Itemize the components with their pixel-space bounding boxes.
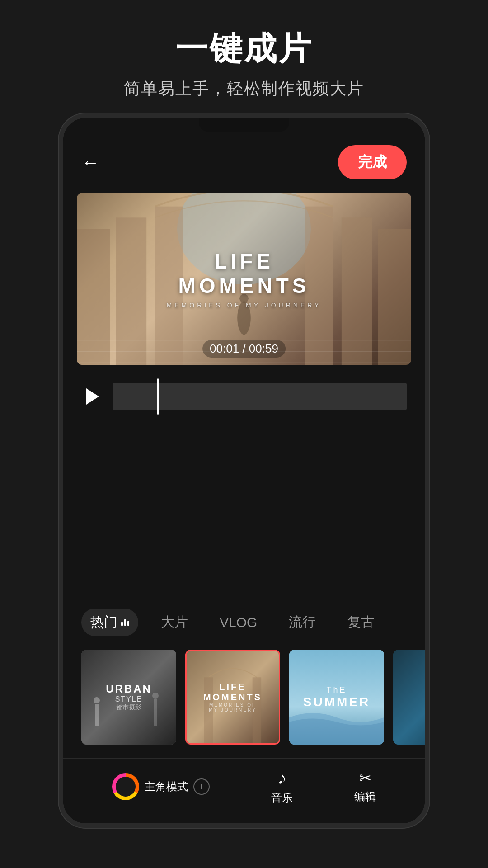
life-moments-label: LIFE MOMENTS MEMORIES OF MY JOURNERY <box>203 682 262 712</box>
category-label-hot: 热门 <box>90 613 117 632</box>
svg-rect-23 <box>393 650 425 745</box>
timeline-thumb <box>157 378 159 415</box>
category-tabs: 热门 大片 VLOG 流行 复古 <box>63 595 425 645</box>
svg-point-15 <box>94 697 100 703</box>
bars-icon <box>121 619 129 626</box>
template-urban[interactable]: URBAN STYLE 都市摄影 <box>81 650 176 745</box>
page-header: 一键成片 简单易上手，轻松制作视频大片 <box>124 0 364 100</box>
category-label-retro: 复古 <box>347 614 375 629</box>
svg-rect-2 <box>116 217 146 365</box>
bottom-bar: 主角模式 i ♪ 音乐 ✂ 编辑 <box>63 758 425 823</box>
category-label-popular: 流行 <box>289 614 316 629</box>
mode-icon-inner <box>116 777 136 797</box>
music-icon: ♪ <box>277 768 286 788</box>
timeline[interactable] <box>113 383 407 410</box>
svg-rect-5 <box>342 217 372 365</box>
category-tab-hot[interactable]: 热门 <box>81 609 138 636</box>
timeline-track <box>113 383 407 410</box>
music-button[interactable]: ♪ 音乐 <box>271 768 293 805</box>
mode-button[interactable]: 主角模式 i <box>112 773 210 800</box>
page-subtitle: 简单易上手，轻松制作视频大片 <box>124 78 364 100</box>
video-title-overlay: LIFE MOMENTS MEMORIES OF MY JOURNERY <box>160 249 328 309</box>
play-icon <box>86 388 99 405</box>
phone-content: ← 完成 <box>63 118 425 823</box>
playback-row <box>81 383 407 410</box>
video-timer: 00:01 / 00:59 <box>202 340 286 358</box>
done-button[interactable]: 完成 <box>338 145 407 179</box>
video-preview: LIFE MOMENTS MEMORIES OF MY JOURNERY 00:… <box>77 193 411 365</box>
category-tab-popular[interactable]: 流行 <box>280 609 325 636</box>
template-grid: URBAN STYLE 都市摄影 <box>63 645 425 758</box>
summer-label: ThE SUMMER <box>303 685 370 709</box>
category-label-vlog: VLOG <box>220 615 257 630</box>
mode-icon <box>112 773 139 800</box>
template-summer[interactable]: ThE SUMMER <box>289 650 384 745</box>
edit-label: 编辑 <box>354 789 376 804</box>
category-tab-vlog[interactable]: VLOG <box>211 610 266 635</box>
urban-label: URBAN STYLE 都市摄影 <box>106 683 152 712</box>
svg-rect-1 <box>77 229 110 365</box>
mode-label: 主角模式 <box>145 779 188 794</box>
svg-point-17 <box>152 693 159 699</box>
svg-rect-14 <box>95 704 99 726</box>
category-tab-retro[interactable]: 复古 <box>338 609 384 636</box>
phone-frame: ← 完成 <box>59 113 429 828</box>
info-icon[interactable]: i <box>193 778 210 795</box>
category-tab-bigfilm[interactable]: 大片 <box>152 609 197 636</box>
svg-rect-16 <box>154 699 157 726</box>
category-label-bigfilm: 大片 <box>161 614 188 629</box>
edit-button[interactable]: ✂ 编辑 <box>354 769 376 804</box>
video-sub-title: MEMORIES OF MY JOURNERY <box>160 302 328 309</box>
svg-rect-4 <box>378 229 411 365</box>
playback-area <box>63 369 425 424</box>
template-fourth[interactable]: B U <box>393 650 425 745</box>
video-main-title: LIFE MOMENTS <box>160 249 328 298</box>
spacer <box>63 424 425 595</box>
template-life-moments[interactable]: LIFE MOMENTS MEMORIES OF MY JOURNERY <box>185 650 280 745</box>
music-label: 音乐 <box>271 791 293 805</box>
phone-notch <box>199 118 289 132</box>
page-title: 一键成片 <box>124 27 364 71</box>
play-button[interactable] <box>81 385 104 408</box>
edit-icon: ✂ <box>359 769 371 787</box>
back-button[interactable]: ← <box>81 152 99 173</box>
